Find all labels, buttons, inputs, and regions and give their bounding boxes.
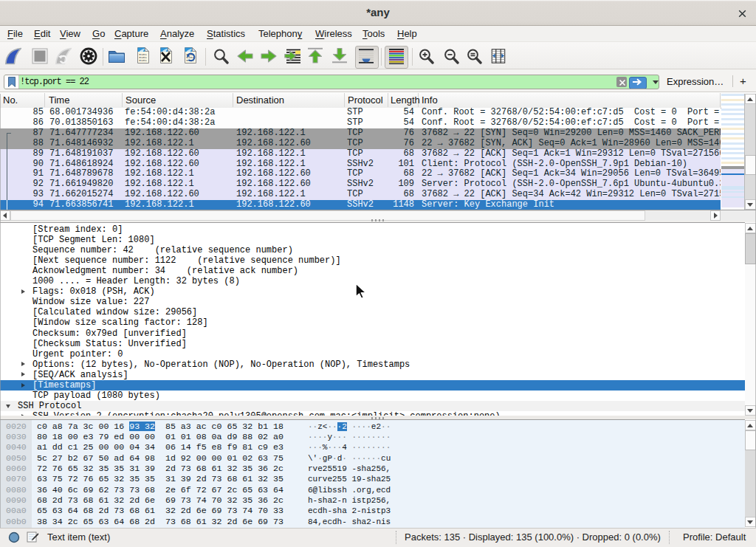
svg-text:0101: 0101 <box>139 58 147 62</box>
